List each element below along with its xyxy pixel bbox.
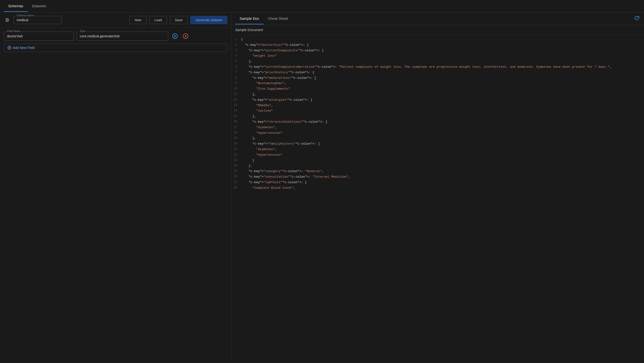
line-content: "diabetes", bbox=[241, 147, 644, 152]
line-content: "diabetes", bbox=[241, 125, 644, 130]
top-navigation: Schemas Datasets bbox=[0, 0, 644, 12]
line-number: 12 bbox=[232, 98, 241, 102]
line-number: 5 bbox=[232, 59, 241, 64]
load-button[interactable]: Load bbox=[149, 16, 167, 24]
line-number: 21 bbox=[232, 147, 241, 152]
tab-sample-doc[interactable]: Sample Doc bbox=[235, 13, 264, 24]
field-editor: Field Name Type bbox=[0, 28, 231, 56]
line-content: "c-key">"currentComplaintsNarrative""c-c… bbox=[241, 64, 644, 70]
line-content: "c-key">"priorHistory""c-colon">: { bbox=[241, 70, 644, 75]
table-row: 13 "NSAIDs", bbox=[232, 103, 644, 108]
settings-button[interactable] bbox=[4, 17, 10, 24]
field-type-group: Type bbox=[77, 32, 168, 41]
field-name-group: Field Name bbox=[4, 32, 74, 41]
svg-point-5 bbox=[6, 21, 7, 22]
sample-doc-header: Sample Document bbox=[232, 25, 644, 35]
line-number: 4 bbox=[232, 54, 241, 58]
line-content: ] bbox=[241, 158, 644, 163]
nav-tab-schemas[interactable]: Schemas bbox=[4, 0, 28, 12]
table-row: 19 ], bbox=[232, 136, 644, 141]
line-content: ], bbox=[241, 59, 644, 64]
add-field-icon-button[interactable] bbox=[171, 32, 179, 40]
line-content: "Iron Supplements" bbox=[241, 86, 644, 92]
line-number: 28 bbox=[232, 186, 241, 190]
table-row: 2 "c-key">"doctorVisit""c-colon">: { bbox=[232, 42, 644, 48]
table-row: 9 "Acetaminophen", bbox=[232, 81, 644, 86]
table-row: 23 ] bbox=[232, 158, 644, 164]
plus-icon bbox=[8, 46, 11, 50]
refresh-button[interactable] bbox=[634, 15, 640, 23]
line-number: 23 bbox=[232, 158, 241, 163]
line-content: "NSAIDs", bbox=[241, 103, 644, 108]
save-button[interactable]: Save bbox=[170, 16, 188, 24]
generate-dataset-button[interactable]: Generate Dataset bbox=[190, 16, 227, 24]
line-number: 6 bbox=[232, 64, 241, 69]
table-row: 17 "diabetes", bbox=[232, 125, 644, 130]
new-button[interactable]: New bbox=[130, 16, 146, 24]
line-number: 14 bbox=[232, 108, 241, 113]
line-content: "hypertension" bbox=[241, 131, 644, 136]
line-number: 3 bbox=[232, 48, 241, 53]
type-input[interactable] bbox=[77, 32, 168, 41]
line-number: 25 bbox=[232, 169, 241, 174]
line-number: 10 bbox=[232, 86, 241, 91]
table-row: 26 "c-key">"consultation""c-colon">: "In… bbox=[232, 174, 644, 180]
line-number: 2 bbox=[232, 43, 241, 47]
table-row: 10 "Iron Supplements" bbox=[232, 86, 644, 92]
line-number: 13 bbox=[232, 103, 241, 108]
line-content: "c-key">"currentComplaints""c-colon">: [ bbox=[241, 48, 644, 53]
line-content: "c-key">"consultation""c-colon">: "Inter… bbox=[241, 174, 644, 180]
line-number: 17 bbox=[232, 125, 241, 130]
add-field-label: Add New Field bbox=[13, 46, 35, 50]
plus-circle-icon bbox=[172, 33, 178, 39]
line-content: ], bbox=[241, 92, 644, 97]
table-row: 15 ], bbox=[232, 114, 644, 119]
table-row: 1{ bbox=[232, 37, 644, 42]
line-content: "c-key">"allergies""c-colon">: [ bbox=[241, 98, 644, 103]
table-row: 20 "c-key">"familyHistory""c-colon">: [ bbox=[232, 141, 644, 147]
table-row: 8 "c-key">"medications""c-colon">: [ bbox=[232, 76, 644, 81]
line-content: ], bbox=[241, 136, 644, 141]
line-content: "lactose" bbox=[241, 108, 644, 114]
schema-name-input[interactable] bbox=[14, 16, 62, 24]
line-number: 8 bbox=[232, 76, 241, 80]
line-content: "c-key">"category""c-colon">: "General", bbox=[241, 169, 644, 174]
type-label: Type bbox=[79, 30, 86, 32]
line-number: 22 bbox=[232, 152, 241, 157]
table-row: 25 "c-key">"category""c-colon">: "Genera… bbox=[232, 169, 644, 174]
line-content: "c-key">"doctorVisit""c-colon">: { bbox=[241, 43, 644, 48]
line-number: 19 bbox=[232, 136, 241, 140]
table-row: 27 "c-key">"labTests""c-colon">: [ bbox=[232, 180, 644, 185]
field-name-label: Field Name bbox=[6, 30, 21, 32]
nav-tab-datasets[interactable]: Datasets bbox=[28, 0, 50, 12]
line-content: "Complete Blood Count", bbox=[241, 186, 644, 191]
code-viewer[interactable]: 1{2 "c-key">"doctorVisit""c-colon">: {3 … bbox=[232, 35, 644, 363]
remove-field-icon-button[interactable] bbox=[182, 32, 190, 40]
line-content: "c-key">"familyHistory""c-colon">: [ bbox=[241, 142, 644, 146]
table-row: 22 "hypertension" bbox=[232, 152, 644, 158]
line-content: "c-key">"medications""c-colon">: [ bbox=[241, 76, 644, 81]
line-number: 24 bbox=[232, 164, 241, 168]
field-name-input[interactable] bbox=[4, 32, 74, 41]
sample-doc-title: Sample Document bbox=[235, 28, 263, 32]
schema-toolbar: Schema Name New Load Save Generate Datas… bbox=[0, 12, 231, 28]
line-number: 27 bbox=[232, 180, 241, 185]
table-row: 3 "c-key">"currentComplaints""c-colon">:… bbox=[232, 48, 644, 54]
add-new-field-button[interactable]: Add New Field bbox=[4, 44, 227, 52]
schema-name-group: Schema Name bbox=[14, 16, 62, 24]
left-panel: Schema Name New Load Save Generate Datas… bbox=[0, 12, 232, 363]
svg-point-3 bbox=[6, 18, 7, 19]
table-row: 14 "lactose" bbox=[232, 108, 644, 114]
table-row: 5 ], bbox=[232, 59, 644, 64]
table-row: 16 "c-key">"chronicConditions""c-colon">… bbox=[232, 119, 644, 125]
field-row: Field Name Type bbox=[4, 32, 227, 41]
table-row: 18 "hypertension" bbox=[232, 130, 644, 136]
line-content: ], bbox=[241, 114, 644, 119]
tab-cheat-sheet[interactable]: Cheat Sheet bbox=[264, 13, 292, 24]
line-number: 1 bbox=[232, 37, 241, 42]
line-content: "Acetaminophen", bbox=[241, 81, 644, 86]
line-number: 11 bbox=[232, 92, 241, 97]
line-content: "weight loss" bbox=[241, 54, 644, 58]
line-number: 16 bbox=[232, 120, 241, 124]
schema-name-label: Schema Name bbox=[16, 14, 35, 17]
